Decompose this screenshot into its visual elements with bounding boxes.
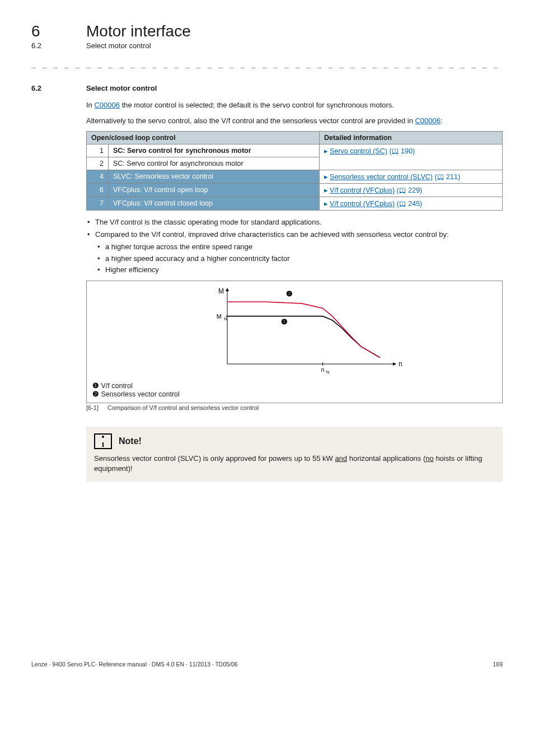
row-label: SC: Servo control for synchronous motor bbox=[109, 144, 320, 157]
arrow-icon: ▸ bbox=[324, 186, 328, 194]
footer-left: Lenze · 9400 Servo PLC· Reference manual… bbox=[31, 661, 238, 668]
table-header-row: Open/closed loop control Detailed inform… bbox=[87, 132, 503, 144]
legend-marker: ❶ bbox=[92, 381, 99, 390]
svg-marker-3 bbox=[226, 288, 229, 291]
info-icon: ı bbox=[94, 433, 112, 449]
note-title: Note! bbox=[119, 436, 142, 446]
table-header: Open/closed loop control bbox=[87, 132, 320, 144]
figure-number: [6-1] bbox=[86, 404, 107, 411]
cross-reference-link[interactable]: Sensorless vector control (SLVC) (🕮 211) bbox=[330, 173, 460, 181]
footer-page-number: 169 bbox=[493, 661, 503, 668]
section-title: Select motor control bbox=[86, 84, 157, 92]
chapter-number: 6 bbox=[31, 22, 86, 40]
list-item: Higher efficiency bbox=[105, 265, 503, 275]
row-number: 1 bbox=[87, 144, 109, 157]
svg-text:❶: ❶ bbox=[281, 318, 288, 326]
table-row: 1 SC: Servo control for synchronous moto… bbox=[87, 144, 503, 157]
table-row: 4 SLVC: Sensorless vector control ▸Senso… bbox=[87, 170, 503, 184]
separator-line: _ _ _ _ _ _ _ _ _ _ _ _ _ _ _ _ _ _ _ _ … bbox=[31, 60, 503, 68]
row-detail: ▸Sensorless vector control (SLVC) (🕮 211… bbox=[320, 170, 503, 184]
subsection-number-top: 6.2 bbox=[31, 41, 86, 50]
legend-marker: ❷ bbox=[92, 390, 99, 398]
arrow-icon: ▸ bbox=[324, 200, 328, 208]
cross-reference-link[interactable]: V/f control (VFCplus) (🕮 229) bbox=[330, 186, 422, 194]
code-link[interactable]: C00006 bbox=[415, 116, 441, 125]
svg-text:❷: ❷ bbox=[286, 290, 293, 298]
figure-caption: [6-1] Comparison of V/f control and sens… bbox=[86, 404, 503, 411]
table-row: 7 VFCplus: V/f control closed loop ▸V/f … bbox=[87, 197, 503, 211]
row-number: 7 bbox=[87, 197, 109, 211]
svg-text:n: n bbox=[321, 366, 325, 373]
legend-label: V/f control bbox=[101, 382, 132, 390]
note-box: ı Note! Sensorless vector control (SLVC)… bbox=[86, 427, 503, 482]
row-label: SC: Servo control for asynchronous motor bbox=[109, 157, 320, 170]
sub-bullet-list: a higher torque across the entire speed … bbox=[95, 242, 503, 275]
svg-text:N: N bbox=[224, 316, 227, 321]
chart-legend: ❶ V/f control ❷ Sensorless vector contro… bbox=[87, 379, 502, 403]
list-item: Compared to the V/f control, improved dr… bbox=[95, 230, 503, 275]
svg-text:N: N bbox=[326, 370, 330, 375]
svg-text:n: n bbox=[399, 360, 402, 368]
svg-text:M: M bbox=[218, 287, 224, 295]
note-text: Sensorless vector control (SLVC) is only… bbox=[94, 454, 495, 474]
row-label: VFCplus: V/f control open loop bbox=[109, 184, 320, 197]
svg-text:M: M bbox=[217, 313, 222, 320]
legend-label: Sensorless vector control bbox=[101, 390, 179, 398]
row-number: 4 bbox=[87, 170, 109, 184]
cross-reference-link[interactable]: Servo control (SC) (🕮 190) bbox=[330, 147, 415, 155]
row-number: 2 bbox=[87, 157, 109, 170]
text: Alternatively to the servo control, also… bbox=[86, 116, 415, 125]
page-footer: Lenze · 9400 Servo PLC· Reference manual… bbox=[31, 661, 503, 668]
row-detail: ▸V/f control (VFCplus) (🕮 245) bbox=[320, 197, 503, 211]
list-item: The V/f control is the classic operating… bbox=[95, 217, 503, 227]
figure-caption-text: Comparison of V/f control and sensorless… bbox=[107, 404, 259, 411]
subsection-title-top: Select motor control bbox=[86, 41, 151, 50]
arrow-icon: ▸ bbox=[324, 147, 328, 155]
chapter-title: Motor interface bbox=[86, 22, 191, 40]
bullet-list: The V/f control is the classic operating… bbox=[86, 217, 503, 275]
row-label: SLVC: Sensorless vector control bbox=[109, 170, 320, 184]
control-mode-table: Open/closed loop control Detailed inform… bbox=[86, 131, 503, 211]
list-item: a higher torque across the entire speed … bbox=[105, 242, 503, 252]
torque-speed-chart: nNMNMn❶❷ bbox=[177, 286, 412, 375]
paragraph: In C00006 the motor control is selected;… bbox=[86, 100, 503, 110]
chart-container: nNMNMn❶❷ ❶ V/f control ❷ Sensorless vect… bbox=[86, 281, 503, 403]
text: : bbox=[441, 116, 443, 125]
code-link[interactable]: C00006 bbox=[94, 101, 120, 109]
row-label: VFCplus: V/f control closed loop bbox=[109, 197, 320, 211]
row-detail: ▸V/f control (VFCplus) (🕮 229) bbox=[320, 184, 503, 197]
text: the motor control is selected; the defau… bbox=[120, 101, 394, 109]
row-number: 6 bbox=[87, 184, 109, 197]
row-detail: ▸Servo control (SC) (🕮 190) bbox=[320, 144, 503, 170]
table-header: Detailed information bbox=[320, 132, 503, 144]
table-row: 6 VFCplus: V/f control open loop ▸V/f co… bbox=[87, 184, 503, 197]
svg-marker-1 bbox=[393, 362, 396, 366]
arrow-icon: ▸ bbox=[324, 173, 328, 181]
section-number: 6.2 bbox=[31, 84, 86, 92]
cross-reference-link[interactable]: V/f control (VFCplus) (🕮 245) bbox=[330, 200, 422, 208]
list-item: a higher speed accuracy and a higher con… bbox=[105, 254, 503, 264]
text: In bbox=[86, 101, 94, 109]
paragraph: Alternatively to the servo control, also… bbox=[86, 116, 503, 126]
